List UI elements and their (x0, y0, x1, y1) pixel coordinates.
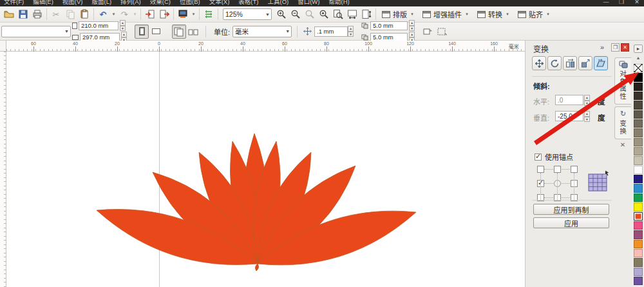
scale-mirror-tool-button[interactable] (563, 56, 577, 70)
export-button[interactable] (157, 8, 171, 21)
tab-object-properties[interactable]: 对象属性 (614, 57, 631, 104)
anchor-point-0-0[interactable] (537, 166, 544, 173)
color-swatch[interactable] (634, 221, 643, 230)
landscape-button[interactable] (149, 25, 163, 39)
vertical-skew-field[interactable]: -25.0 (555, 111, 583, 121)
flower-petal[interactable] (255, 264, 258, 271)
color-swatch[interactable] (634, 175, 643, 183)
docker-float-button[interactable]: ❐ (611, 43, 620, 52)
menu-item[interactable]: 效果(C) (150, 0, 171, 6)
portrait-button[interactable] (135, 25, 149, 39)
zoom-in-button[interactable] (274, 8, 289, 21)
docker-close-button[interactable]: ✕ (621, 43, 629, 52)
use-anchor-checkbox[interactable] (535, 153, 542, 161)
color-swatch[interactable] (634, 147, 643, 155)
cut-button[interactable]: ✂ (49, 8, 63, 21)
no-color-swatch[interactable] (634, 64, 643, 72)
toolbar-button-排版[interactable]: 排版▾ (378, 8, 419, 21)
toolbar-button-增强插件[interactable]: 增强插件▾ (419, 8, 473, 21)
docker-tabs-close[interactable]: ✕ (614, 141, 631, 148)
units-combo[interactable]: 毫米 ▼ (232, 26, 292, 37)
zoom-to-all-button[interactable] (317, 8, 331, 21)
menu-item[interactable]: 文件(F) (4, 0, 24, 6)
color-swatch[interactable] (634, 277, 643, 285)
redo-button[interactable]: ↷ (117, 8, 131, 21)
current-page-button[interactable] (186, 25, 200, 39)
horizontal-ruler[interactable]: 604020020406080100120140160毫米 (6, 41, 525, 52)
vertical-skew-spinner[interactable]: ▴▾ (584, 111, 590, 122)
size-tool-button[interactable] (578, 56, 592, 70)
bounding-box-button[interactable] (435, 25, 450, 39)
menu-item[interactable]: 窗口(W) (298, 0, 319, 6)
page-size-combo[interactable]: ▼ (1, 26, 71, 37)
close-button[interactable]: ✕ (632, 0, 641, 6)
paste-button[interactable] (77, 8, 91, 21)
color-swatch[interactable] (634, 184, 643, 192)
rotate-tool-button[interactable] (547, 56, 562, 70)
lotus-flower-drawing[interactable] (6, 52, 525, 287)
tab-transform[interactable]: ↻ 变换 (614, 106, 631, 139)
toolbar-button-贴齐[interactable]: 贴齐▾ (514, 8, 554, 21)
undo-dropdown[interactable]: ▾ (110, 8, 117, 21)
color-swatch[interactable] (634, 258, 643, 266)
color-swatch[interactable] (634, 249, 643, 257)
menu-item[interactable]: 排列(A) (120, 0, 141, 6)
menu-item[interactable]: 位图(B) (180, 0, 200, 6)
color-swatch[interactable] (634, 193, 643, 202)
import-button[interactable] (143, 8, 157, 21)
docker-expand-chevron[interactable]: » (600, 43, 604, 51)
menu-item[interactable]: 视图(V) (62, 0, 83, 6)
all-pages-button[interactable] (172, 25, 186, 39)
nudge-spinner[interactable]: ▴▾ (348, 26, 354, 37)
duplicate-x-field[interactable]: 5.0 mm (370, 21, 408, 30)
menu-item[interactable]: 编辑(E) (33, 0, 53, 6)
vertical-ruler[interactable] (0, 52, 6, 287)
color-swatch[interactable] (634, 156, 643, 164)
paper-width-spinner[interactable]: ▴▾ (120, 20, 126, 31)
color-swatch[interactable] (634, 212, 643, 221)
nudge-field[interactable]: .1 mm (314, 26, 348, 37)
open-button[interactable] (2, 8, 16, 21)
zoom-to-height-button[interactable] (359, 8, 374, 21)
copy-button[interactable] (63, 8, 77, 21)
color-swatch[interactable] (634, 230, 643, 239)
duplicate-x-spinner[interactable]: ▴▾ (409, 20, 415, 31)
color-swatch[interactable] (634, 119, 643, 128)
paper-width-field[interactable]: 210.0 mm (79, 21, 118, 30)
palette-scroll-up[interactable]: ▲ (634, 55, 643, 61)
zoom-to-selected-button[interactable] (303, 8, 317, 21)
color-swatch[interactable] (634, 166, 643, 174)
horizontal-skew-field[interactable]: .0 (555, 95, 583, 105)
menu-item[interactable]: 版面(L) (91, 0, 111, 6)
maximize-button[interactable]: ❐ (617, 0, 626, 6)
color-swatch[interactable] (634, 101, 643, 109)
toolbar-button-转换[interactable]: 转换▾ (473, 8, 514, 21)
treat-as-filled-button[interactable] (421, 25, 435, 39)
save-button[interactable] (16, 8, 30, 21)
color-swatch[interactable] (634, 92, 643, 100)
anchor-point-0-1[interactable] (554, 166, 561, 173)
zoom-to-width-button[interactable] (345, 8, 359, 21)
menu-item[interactable]: 工具(O) (267, 0, 289, 6)
color-swatch[interactable] (634, 83, 643, 91)
color-swatch[interactable] (634, 203, 643, 211)
skew-tool-button[interactable] (594, 56, 608, 70)
zoom-to-page-button[interactable] (331, 8, 345, 21)
menu-item[interactable]: 表格(T) (238, 0, 258, 6)
color-swatch[interactable] (634, 240, 643, 248)
minimize-button[interactable]: — (601, 0, 611, 6)
apply-to-duplicate-button[interactable]: 应用到再制 (533, 204, 609, 215)
zoom-level-combo[interactable]: 125% ▼ (223, 8, 272, 20)
undo-button[interactable]: ↶ (96, 8, 110, 21)
drawing-canvas[interactable] (6, 52, 525, 287)
horizontal-skew-spinner[interactable]: ▴▾ (584, 95, 590, 106)
color-swatch[interactable] (634, 73, 643, 81)
apply-button[interactable]: 应用 (533, 217, 609, 228)
options-button[interactable] (202, 8, 216, 21)
launcher-dropdown[interactable]: ▾ (190, 8, 197, 21)
palette-flyout-button[interactable]: ► (634, 45, 643, 53)
print-button[interactable] (30, 8, 44, 21)
menu-item[interactable]: 文本(X) (209, 0, 230, 6)
redo-dropdown[interactable]: ▾ (131, 8, 138, 21)
color-swatch[interactable] (634, 128, 643, 137)
